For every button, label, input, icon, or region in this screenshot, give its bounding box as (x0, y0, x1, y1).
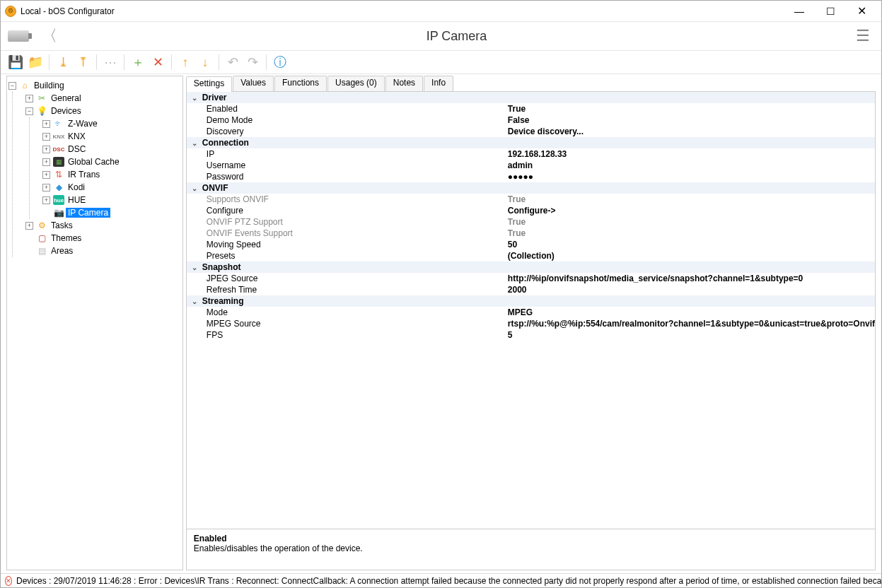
tab-info[interactable]: Info (424, 76, 453, 91)
tree-themes[interactable]: ▢Themes (25, 232, 181, 245)
move-down-button[interactable]: ↓ (196, 53, 214, 71)
more-button[interactable]: ⋯ (101, 53, 120, 71)
irtrans-icon: ⇅ (53, 170, 64, 180)
status-text: Devices : 29/07/2019 11:46:28 : Error : … (16, 576, 881, 586)
tab-notes[interactable]: Notes (385, 76, 423, 91)
main: −⌂Building +✂General −💡Devices +ᯤZ-Wave … (1, 74, 881, 573)
content-pane: Settings Values Functions Usages (0) Not… (186, 76, 876, 570)
expand-icon[interactable]: + (25, 95, 33, 102)
save-button[interactable]: 💾 (6, 53, 25, 71)
prop-events-support[interactable]: ONVIF Events SupportTrue (187, 228, 875, 239)
error-icon: ✕ (5, 576, 12, 586)
chevron-down-icon[interactable]: ⌄ (191, 184, 198, 192)
toolbar: 💾 📁 ⤓ ⤒ ⋯ ＋ ✕ ↑ ↓ ↶ ↷ ⓘ (1, 50, 881, 74)
prop-refresh-time[interactable]: Refresh Time2000 (187, 284, 875, 295)
app-icon (5, 6, 16, 17)
prop-username[interactable]: Usernameadmin (187, 160, 875, 171)
tree-globalcache[interactable]: +▦Global Cache (42, 155, 181, 168)
group-streaming[interactable]: ⌄Streaming (187, 295, 875, 307)
export-button[interactable]: ⤒ (74, 53, 92, 71)
tab-settings[interactable]: Settings (186, 76, 232, 92)
tree-devices[interactable]: −💡Devices +ᯤZ-Wave +KNXKNX +DSCDSC +▦Glo… (25, 105, 181, 219)
chevron-down-icon[interactable]: ⌄ (191, 264, 198, 271)
back-button[interactable]: 〈 (37, 25, 62, 47)
prop-demo-mode[interactable]: Demo ModeFalse (187, 114, 875, 126)
prop-enabled[interactable]: EnabledTrue (187, 103, 875, 114)
expand-icon[interactable]: − (25, 107, 33, 115)
chevron-down-icon[interactable]: ⌄ (191, 298, 198, 305)
home-icon: ⌂ (19, 81, 30, 90)
statusbar: ✕ Devices : 29/07/2019 11:46:28 : Error … (1, 573, 881, 587)
prop-password[interactable]: Password●●●●● (187, 171, 875, 182)
kodi-icon: ◆ (53, 182, 64, 192)
prop-presets[interactable]: Presets(Collection) (187, 250, 875, 261)
redo-button[interactable]: ↷ (243, 53, 262, 71)
group-connection[interactable]: ⌄Connection (187, 137, 875, 148)
tab-usages[interactable]: Usages (0) (327, 76, 385, 91)
tree-ipcamera[interactable]: 📷IP Camera (42, 206, 181, 219)
header: 〈 IP Camera ☰ (1, 22, 881, 50)
tree-pane[interactable]: −⌂Building +✂General −💡Devices +ᯤZ-Wave … (6, 76, 183, 570)
prop-moving-speed[interactable]: Moving Speed50 (187, 239, 875, 250)
tabs: Settings Values Functions Usages (0) Not… (186, 76, 876, 91)
close-button[interactable]: ✕ (846, 1, 877, 21)
tree-areas[interactable]: ▤Areas (25, 245, 181, 257)
expand-icon[interactable]: + (42, 120, 50, 128)
tree-dsc[interactable]: +DSCDSC (42, 143, 181, 155)
tab-values[interactable]: Values (233, 76, 274, 91)
move-up-button[interactable]: ↑ (176, 53, 195, 71)
expand-icon[interactable]: + (42, 158, 50, 166)
prop-discovery[interactable]: DiscoveryDevice discovery... (187, 126, 875, 137)
expand-icon[interactable]: + (42, 184, 50, 192)
expand-icon[interactable]: + (42, 196, 50, 204)
tree-hue[interactable]: +hueHUE (42, 194, 181, 206)
tree-general[interactable]: +✂General (25, 92, 181, 105)
globalcache-icon: ▦ (53, 157, 64, 167)
areas-icon: ▤ (36, 246, 47, 256)
prop-fps[interactable]: FPS5 (187, 329, 875, 341)
expand-icon[interactable]: + (42, 133, 50, 141)
group-onvif[interactable]: ⌄ONVIF (187, 182, 875, 194)
prop-jpeg-source[interactable]: JPEG Sourcehttp://%ip/onvifsnapshot/medi… (187, 273, 875, 284)
zwave-icon: ᯤ (53, 119, 64, 129)
prop-ip[interactable]: IP192.168.128.33 (187, 148, 875, 160)
property-grid[interactable]: ⌄Driver EnabledTrue Demo ModeFalse Disco… (187, 92, 875, 529)
tools-icon: ✂ (36, 93, 47, 103)
chevron-down-icon[interactable]: ⌄ (191, 94, 198, 102)
help-text: Enables/disables the operation of the de… (194, 543, 868, 553)
dsc-icon: DSC (53, 144, 64, 154)
maximize-button[interactable]: ☐ (815, 1, 846, 21)
prop-mode[interactable]: ModeMPEG (187, 307, 875, 318)
expand-icon (42, 209, 50, 217)
tree-kodi[interactable]: +◆Kodi (42, 181, 181, 194)
expand-icon[interactable]: + (25, 222, 33, 230)
tree-building[interactable]: −⌂Building +✂General −💡Devices +ᯤZ-Wave … (8, 79, 181, 257)
prop-mpeg-source[interactable]: MPEG Sourcertsp://%u:%p@%ip:554/cam/real… (187, 318, 875, 329)
tab-functions[interactable]: Functions (274, 76, 327, 91)
menu-button[interactable]: ☰ (852, 27, 874, 45)
add-button[interactable]: ＋ (129, 53, 147, 71)
prop-ptz-support[interactable]: ONVIF PTZ SupportTrue (187, 216, 875, 228)
chevron-down-icon[interactable]: ⌄ (191, 139, 198, 147)
expand-icon[interactable]: + (42, 171, 50, 179)
knx-icon: KNX (53, 131, 64, 141)
expand-icon[interactable]: + (42, 146, 50, 153)
prop-configure[interactable]: ConfigureConfigure-> (187, 205, 875, 216)
undo-button[interactable]: ↶ (224, 53, 242, 71)
minimize-button[interactable]: — (784, 1, 815, 21)
tree-tasks[interactable]: +⚙Tasks (25, 219, 181, 232)
tasks-icon: ⚙ (36, 220, 47, 230)
help-button[interactable]: ⓘ (271, 53, 289, 71)
camera-icon (8, 30, 29, 42)
hue-icon: hue (53, 195, 64, 205)
tree-irtrans[interactable]: +⇅IR Trans (42, 168, 181, 181)
group-snapshot[interactable]: ⌄Snapshot (187, 261, 875, 273)
tree-knx[interactable]: +KNXKNX (42, 130, 181, 143)
tree-zwave[interactable]: +ᯤZ-Wave (42, 117, 181, 130)
prop-supports-onvif[interactable]: Supports ONVIFTrue (187, 194, 875, 205)
group-driver[interactable]: ⌄Driver (187, 92, 875, 103)
import-button[interactable]: ⤓ (54, 53, 72, 71)
open-button[interactable]: 📁 (26, 53, 45, 71)
expand-icon[interactable]: − (8, 82, 16, 90)
delete-button[interactable]: ✕ (149, 53, 167, 71)
